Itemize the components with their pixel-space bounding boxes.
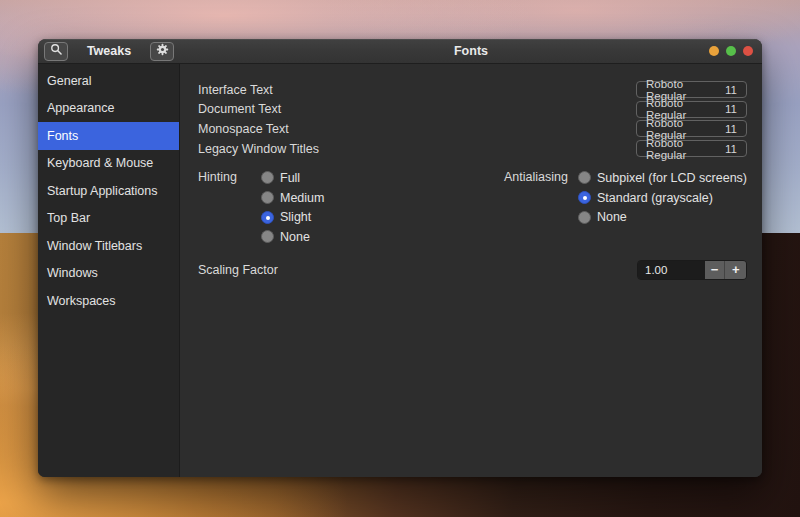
sidebar-item-window-titlebars[interactable]: Window Titlebars bbox=[38, 232, 179, 260]
plus-icon: + bbox=[732, 262, 740, 277]
sidebar-item-windows[interactable]: Windows bbox=[38, 260, 179, 288]
font-row-label: Monospace Text bbox=[198, 122, 289, 136]
radio-option-label: None bbox=[597, 210, 627, 224]
antialiasing-option-standard[interactable]: Standard (grayscale) bbox=[578, 188, 747, 208]
sidebar-item-appearance[interactable]: Appearance bbox=[38, 95, 179, 123]
font-size: 11 bbox=[725, 103, 737, 115]
sidebar-item-workspaces[interactable]: Workspaces bbox=[38, 287, 179, 315]
minus-icon: − bbox=[711, 262, 719, 277]
antialiasing-option-none[interactable]: None bbox=[578, 207, 747, 227]
scaling-factor-row: Scaling Factor 1.00 − + bbox=[198, 259, 747, 280]
hinting-option-medium[interactable]: Medium bbox=[261, 188, 324, 208]
font-row-label: Document Text bbox=[198, 102, 281, 116]
font-row-label: Legacy Window Titles bbox=[198, 142, 319, 156]
window-body: General Appearance Fonts Keyboard & Mous… bbox=[38, 64, 762, 477]
monospace-font-button[interactable]: Roboto Regular 11 bbox=[636, 120, 747, 137]
tweaks-window: Tweaks Fonts bbox=[38, 39, 762, 477]
radio-option-label: Standard (grayscale) bbox=[597, 191, 713, 205]
radio-option-label: Subpixel (for LCD screens) bbox=[597, 171, 747, 185]
font-settings-list: Interface Text Roboto Regular 11 Documen… bbox=[198, 80, 747, 158]
antialiasing-option-subpixel[interactable]: Subpixel (for LCD screens) bbox=[578, 168, 747, 188]
scaling-factor-label: Scaling Factor bbox=[198, 263, 278, 277]
rendering-options: Hinting Full Medium Slight bbox=[198, 168, 747, 247]
radio-icon bbox=[261, 230, 274, 243]
document-font-button[interactable]: Roboto Regular 11 bbox=[636, 101, 747, 118]
radio-option-label: Full bbox=[280, 171, 300, 185]
radio-icon bbox=[261, 171, 274, 184]
menu-button[interactable] bbox=[150, 42, 174, 61]
gear-icon bbox=[156, 42, 169, 60]
radio-icon bbox=[578, 211, 591, 224]
hinting-option-slight[interactable]: Slight bbox=[261, 207, 324, 227]
interface-font-button[interactable]: Roboto Regular 11 bbox=[636, 81, 747, 98]
sidebar-item-keyboard-mouse[interactable]: Keyboard & Mouse bbox=[38, 150, 179, 178]
radio-selected-icon bbox=[578, 191, 591, 204]
font-size: 11 bbox=[725, 123, 737, 135]
antialiasing-group: Antialiasing Subpixel (for LCD screens) … bbox=[504, 168, 747, 247]
hinting-radio-group: Full Medium Slight None bbox=[261, 168, 324, 247]
minimize-traffic-light[interactable] bbox=[709, 46, 719, 56]
legacy-titles-font-button[interactable]: Roboto Regular 11 bbox=[636, 140, 747, 157]
radio-option-label: Slight bbox=[280, 210, 311, 224]
font-row-legacy-window-titles: Legacy Window Titles Roboto Regular 11 bbox=[198, 139, 747, 159]
search-icon bbox=[50, 42, 63, 60]
scaling-decrease-button[interactable]: − bbox=[705, 261, 726, 279]
font-size: 11 bbox=[725, 143, 737, 155]
fonts-page: Interface Text Roboto Regular 11 Documen… bbox=[180, 64, 762, 477]
search-button[interactable] bbox=[44, 42, 68, 61]
headerbar-main-section: Fonts bbox=[180, 39, 762, 63]
hinting-option-full[interactable]: Full bbox=[261, 168, 324, 188]
scaling-factor-value-field[interactable]: 1.00 bbox=[638, 261, 705, 279]
radio-icon bbox=[578, 171, 591, 184]
hinting-label: Hinting bbox=[198, 168, 243, 247]
scaling-increase-button[interactable]: + bbox=[725, 261, 746, 279]
maximize-traffic-light[interactable] bbox=[726, 46, 736, 56]
page-title: Fonts bbox=[454, 44, 488, 58]
sidebar: General Appearance Fonts Keyboard & Mous… bbox=[38, 64, 180, 477]
headerbar: Tweaks Fonts bbox=[38, 39, 762, 64]
radio-icon bbox=[261, 191, 274, 204]
font-size: 11 bbox=[725, 84, 737, 96]
hinting-option-none[interactable]: None bbox=[261, 227, 324, 247]
headerbar-sidebar-section: Tweaks bbox=[38, 39, 180, 63]
radio-option-label: Medium bbox=[280, 191, 324, 205]
window-controls bbox=[709, 39, 753, 63]
sidebar-item-general[interactable]: General bbox=[38, 67, 179, 95]
font-name: Roboto Regular bbox=[646, 137, 725, 161]
font-row-label: Interface Text bbox=[198, 83, 273, 97]
close-traffic-light[interactable] bbox=[743, 46, 753, 56]
app-title: Tweaks bbox=[87, 44, 131, 58]
scaling-factor-spinner: 1.00 − + bbox=[637, 260, 747, 280]
sidebar-item-fonts[interactable]: Fonts bbox=[38, 122, 179, 150]
sidebar-item-startup-applications[interactable]: Startup Applications bbox=[38, 177, 179, 205]
hinting-group: Hinting Full Medium Slight bbox=[198, 168, 324, 247]
radio-selected-icon bbox=[261, 211, 274, 224]
sidebar-item-top-bar[interactable]: Top Bar bbox=[38, 205, 179, 233]
radio-option-label: None bbox=[280, 230, 310, 244]
antialiasing-radio-group: Subpixel (for LCD screens) Standard (gra… bbox=[578, 168, 747, 247]
antialiasing-label: Antialiasing bbox=[504, 168, 568, 247]
